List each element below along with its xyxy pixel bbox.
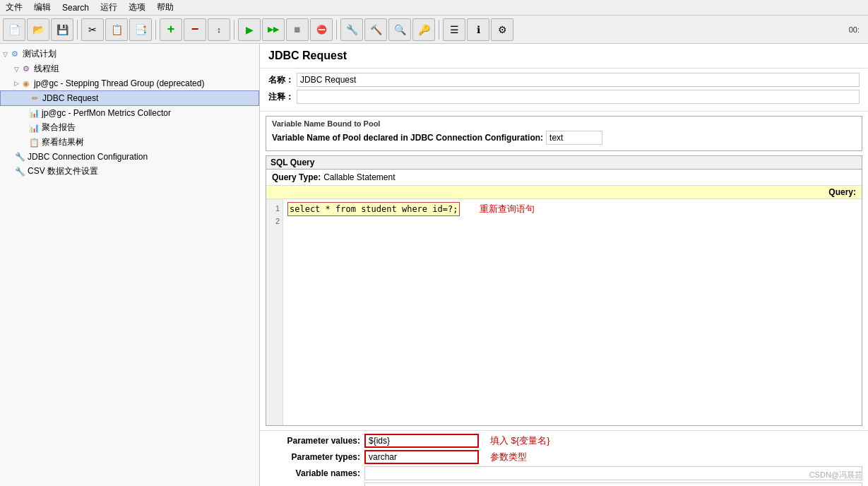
list-button[interactable]: ☰ xyxy=(443,18,465,41)
name-input[interactable] xyxy=(297,73,860,87)
query-editor: Query: 1 2 select * from student where i… xyxy=(266,185,862,425)
cut-icon: ✂ xyxy=(88,24,97,35)
thread-label: 线程组 xyxy=(34,63,59,75)
tree-item-perf[interactable]: 📊 jp@gc - PerfMon Metrics Collector xyxy=(0,106,259,120)
settings-button[interactable]: ⚙ xyxy=(491,18,513,41)
list-icon: ☰ xyxy=(450,24,459,35)
search-button[interactable]: 🔍 xyxy=(388,18,411,41)
new-button[interactable]: 📄 xyxy=(3,18,25,41)
pool-input[interactable] xyxy=(546,131,602,145)
expand-jpgc[interactable]: ▷ xyxy=(14,80,19,87)
view-icon: 📋 xyxy=(28,137,40,148)
tree-item-conn[interactable]: 🔧 JDBC Connection Configuration xyxy=(0,150,259,164)
expand-plan[interactable]: ▽ xyxy=(3,51,8,58)
name-label: 名称： xyxy=(268,74,297,86)
param-result-input[interactable] xyxy=(364,482,862,486)
annotation2: 填入 ${变量名} xyxy=(490,434,550,447)
query-type-label: Query Type: xyxy=(272,172,321,182)
name-section: 名称： 注释： xyxy=(260,69,868,112)
right-panel: JDBC Request 名称： 注释： Variable Name Bound… xyxy=(260,44,868,486)
timer: 00: xyxy=(849,25,865,34)
tree-item-plan[interactable]: ▽ ⚙ 测试计划 xyxy=(0,47,259,61)
tool1-icon: 🔧 xyxy=(346,24,358,35)
line-num-1: 1 xyxy=(269,202,280,215)
separator4 xyxy=(336,20,337,40)
copy-icon: 📋 xyxy=(111,24,123,35)
param-values-label: Parameter values: xyxy=(266,436,364,446)
conn-icon: 🔧 xyxy=(14,151,25,162)
save-button[interactable]: 💾 xyxy=(51,18,73,41)
tree-item-jdbc[interactable]: ✏ JDBC Request xyxy=(0,90,259,106)
annotation1: 重新查询语句 xyxy=(480,203,535,214)
param-values-input[interactable] xyxy=(364,434,479,448)
search-icon: 🔍 xyxy=(394,24,406,35)
conn-label: JDBC Connection Configuration xyxy=(28,152,148,162)
separator3 xyxy=(234,20,234,40)
copy-button[interactable]: 📋 xyxy=(105,18,128,41)
query-highlighted: select * from student where id=?; xyxy=(287,202,460,216)
stop2-button[interactable]: ⛔ xyxy=(310,18,333,41)
tree-item-agg[interactable]: 📊 聚合报告 xyxy=(0,120,259,135)
param-types-row: Parameter types: 参数类型 xyxy=(266,450,862,464)
info-icon: ℹ xyxy=(477,24,480,35)
tree-item-jpgc[interactable]: ▷ ◉ jp@gc - Stepping Thread Group (depre… xyxy=(0,76,259,90)
remove-button[interactable]: − xyxy=(184,18,206,41)
csv-label: CSV 数据文件设置 xyxy=(28,165,98,177)
add-icon: + xyxy=(167,22,175,37)
comment-input[interactable] xyxy=(297,90,860,104)
csv-icon: 🔧 xyxy=(14,166,25,177)
paste-icon: 📑 xyxy=(135,24,147,35)
menu-edit[interactable]: 编辑 xyxy=(31,1,54,14)
tool1-button[interactable]: 🔧 xyxy=(340,18,363,41)
query-header: Query: xyxy=(266,186,862,199)
menu-file[interactable]: 文件 xyxy=(3,1,25,14)
param-result-row: Result variable name: xyxy=(266,482,862,486)
key-button[interactable]: 🔑 xyxy=(412,18,435,41)
tree-panel: ▽ ⚙ 测试计划 ▽ ⚙ 线程组 ▷ ◉ jp@gc - Stepping Th… xyxy=(0,44,260,486)
cut-button[interactable]: ✂ xyxy=(81,18,104,41)
panel-title: JDBC Request xyxy=(260,44,868,69)
param-varnames-row: Variable names: xyxy=(266,466,862,480)
new-icon: 📄 xyxy=(8,24,20,35)
menu-options[interactable]: 选项 xyxy=(126,1,148,14)
separator2 xyxy=(155,20,156,40)
jpgc-label: jp@gc - Stepping Thread Group (deprecate… xyxy=(34,78,204,88)
stop1-icon: ⏹ xyxy=(293,25,302,35)
stop1-button[interactable]: ⏹ xyxy=(286,18,309,41)
info-button[interactable]: ℹ xyxy=(467,18,489,41)
annotation3: 参数类型 xyxy=(490,451,527,463)
tree-item-csv[interactable]: 🔧 CSV 数据文件设置 xyxy=(0,164,259,179)
open-button[interactable]: 📂 xyxy=(27,18,49,41)
thread-icon: ⚙ xyxy=(20,64,32,75)
param-varnames-input[interactable] xyxy=(364,466,862,480)
tool2-icon: 🔨 xyxy=(370,24,382,35)
run-all-button[interactable]: ▶▶ xyxy=(262,18,285,41)
tool2-button[interactable]: 🔨 xyxy=(364,18,387,41)
open-icon: 📂 xyxy=(32,24,44,35)
jdbc-label: JDBC Request xyxy=(42,93,98,103)
param-values-row: Parameter values: 填入 ${变量名} xyxy=(266,434,862,448)
csdn-watermark: CSDN@冯晨芸 xyxy=(809,470,862,480)
run-button[interactable]: ▶ xyxy=(238,18,261,41)
name-row: 名称： xyxy=(268,73,860,87)
line-numbers: 1 2 xyxy=(266,199,283,425)
menu-help[interactable]: 帮助 xyxy=(154,1,177,14)
pool-label: Variable Name of Pool declared in JDBC C… xyxy=(272,133,543,143)
comment-label: 注释： xyxy=(268,91,297,103)
menu-search[interactable]: Search xyxy=(59,2,92,13)
query-type-row: Query Type: Callable Statement xyxy=(266,170,862,185)
param-types-input[interactable] xyxy=(364,450,479,464)
tree-item-thread[interactable]: ▽ ⚙ 线程组 xyxy=(0,61,259,76)
jpgc-icon: ◉ xyxy=(20,78,32,89)
menu-run[interactable]: 运行 xyxy=(97,1,120,14)
run-all-icon: ▶▶ xyxy=(268,25,279,34)
tree-item-view[interactable]: 📋 察看结果树 xyxy=(0,135,259,150)
expand-thread[interactable]: ▽ xyxy=(14,66,19,73)
add-button[interactable]: + xyxy=(160,18,182,41)
menubar: 文件 编辑 Search 运行 选项 帮助 xyxy=(0,0,868,16)
pool-section-title: Variable Name Bound to Pool xyxy=(272,119,856,128)
paste-button[interactable]: 📑 xyxy=(129,18,152,41)
query-text[interactable]: select * from student where id=?; 重新查询语句 xyxy=(283,199,862,425)
expand-button[interactable]: ↕ xyxy=(208,18,230,41)
query-line-1: select * from student where id=?; 重新查询语句 xyxy=(287,202,857,215)
